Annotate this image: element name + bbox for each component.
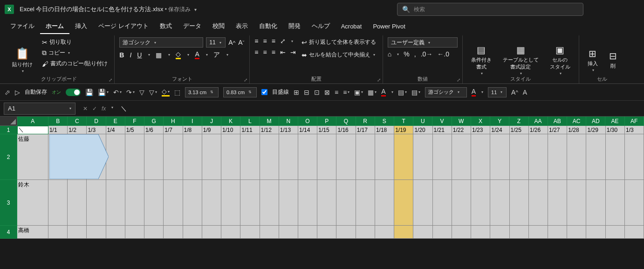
cell[interactable] bbox=[221, 180, 240, 226]
cell[interactable] bbox=[68, 226, 87, 239]
cell[interactable] bbox=[433, 134, 452, 180]
cell[interactable] bbox=[394, 134, 413, 180]
column-header[interactable]: AE bbox=[605, 117, 624, 126]
cell[interactable]: 1/3 bbox=[87, 126, 106, 134]
cell[interactable]: 1/10 bbox=[221, 126, 240, 134]
accounting-icon[interactable]: ⌂ bbox=[388, 50, 391, 58]
redo-icon[interactable]: ↷▾ bbox=[126, 89, 135, 96]
font-color-qat[interactable]: A bbox=[381, 88, 385, 97]
column-header[interactable]: X bbox=[471, 117, 490, 126]
tab-powerpivot[interactable]: Power Pivot bbox=[367, 20, 411, 34]
sort-icon[interactable]: ▽▾ bbox=[149, 89, 157, 96]
paint-icon[interactable]: ◇▾ bbox=[162, 88, 170, 97]
cell[interactable]: 1/13 bbox=[279, 126, 298, 134]
column-header[interactable]: R bbox=[356, 117, 375, 126]
cell[interactable] bbox=[336, 180, 356, 226]
cell[interactable]: 1/23 bbox=[471, 126, 490, 134]
cell[interactable] bbox=[87, 134, 106, 180]
cell[interactable] bbox=[279, 180, 298, 226]
chevron-down-icon[interactable]: ▾ bbox=[69, 106, 71, 110]
number-format-combo[interactable]: ユーザー定義▾ bbox=[388, 37, 458, 48]
cell[interactable] bbox=[567, 134, 586, 180]
qat-size-combo[interactable]: 11▾ bbox=[488, 87, 507, 97]
cell[interactable] bbox=[48, 134, 68, 180]
cell[interactable] bbox=[529, 134, 548, 180]
tab-home[interactable]: ホーム bbox=[40, 19, 69, 34]
cell[interactable] bbox=[279, 134, 298, 180]
column-header[interactable]: F bbox=[125, 117, 144, 126]
align-bottom-icon[interactable]: ≡ bbox=[272, 37, 275, 45]
cell[interactable] bbox=[510, 180, 529, 226]
cell[interactable]: 1/29 bbox=[586, 126, 605, 134]
cell[interactable]: 1/2 bbox=[68, 126, 87, 134]
cell[interactable] bbox=[413, 134, 432, 180]
align-icon-1[interactable]: ⊞ bbox=[294, 89, 299, 96]
decrease-font-icon[interactable]: Aˇ bbox=[238, 39, 244, 46]
format-painter-button[interactable]: 🖌書式のコピー/貼り付け bbox=[40, 59, 110, 69]
column-header[interactable]: Z bbox=[509, 117, 528, 126]
cell[interactable]: 1/25 bbox=[510, 126, 529, 134]
column-header[interactable]: P bbox=[317, 117, 336, 126]
row-header[interactable]: 1 bbox=[0, 126, 17, 134]
tab-automate[interactable]: 自動化 bbox=[253, 19, 283, 34]
percent-icon[interactable]: % bbox=[404, 50, 409, 58]
cell[interactable] bbox=[567, 226, 586, 239]
tab-pagelayout[interactable]: ページ レイアウト bbox=[93, 19, 154, 34]
cell[interactable] bbox=[394, 226, 413, 239]
tab-file[interactable]: ファイル bbox=[5, 19, 40, 34]
cell[interactable] bbox=[125, 134, 144, 180]
cell[interactable] bbox=[202, 134, 221, 180]
cell[interactable] bbox=[529, 180, 548, 226]
cell[interactable] bbox=[298, 134, 317, 180]
cell[interactable]: 佐藤 bbox=[17, 134, 48, 180]
align-icon-2[interactable]: ⊟ bbox=[304, 89, 309, 96]
cell[interactable]: 1/26 bbox=[529, 126, 548, 134]
column-header[interactable]: D bbox=[87, 117, 106, 126]
column-header[interactable]: O bbox=[298, 117, 317, 126]
save-as-icon[interactable]: 💾▾ bbox=[98, 89, 109, 96]
decrease-decimal-icon[interactable]: ←.0 bbox=[437, 50, 449, 58]
cell[interactable]: 1/15 bbox=[317, 126, 336, 134]
cell[interactable] bbox=[586, 134, 605, 180]
column-header[interactable]: E bbox=[106, 117, 125, 126]
cell[interactable] bbox=[375, 180, 394, 226]
tab-acrobat[interactable]: Acrobat bbox=[336, 20, 368, 34]
tab-data[interactable]: データ bbox=[178, 19, 207, 34]
tab-view[interactable]: 表示 bbox=[230, 19, 253, 34]
cell[interactable] bbox=[106, 226, 125, 239]
wrap-text-button[interactable]: ↩折り返して全体を表示する bbox=[300, 37, 378, 47]
column-header[interactable]: Y bbox=[490, 117, 509, 126]
cell[interactable] bbox=[144, 180, 164, 226]
cell[interactable]: 1/28 bbox=[567, 126, 586, 134]
cell[interactable] bbox=[625, 180, 644, 226]
cell[interactable]: 高橋 bbox=[17, 226, 48, 239]
cell[interactable] bbox=[490, 134, 509, 180]
cell[interactable]: 1/6 bbox=[144, 126, 164, 134]
align-middle-icon[interactable]: ≡ bbox=[263, 37, 267, 45]
cell[interactable] bbox=[606, 226, 625, 239]
cell[interactable] bbox=[68, 180, 87, 226]
cell[interactable]: 1/5 bbox=[125, 126, 144, 134]
cell[interactable]: 1/14 bbox=[298, 126, 317, 134]
name-box[interactable]: A1 ▾ bbox=[4, 103, 75, 115]
cell[interactable] bbox=[336, 134, 356, 180]
cancel-icon[interactable]: ✕ bbox=[83, 105, 88, 112]
increase-font-icon[interactable]: A^ bbox=[228, 39, 235, 46]
row-header[interactable]: 4 bbox=[0, 226, 17, 239]
cell[interactable]: 1/21 bbox=[433, 126, 452, 134]
cell[interactable] bbox=[144, 226, 164, 239]
cell[interactable] bbox=[433, 226, 452, 239]
column-header[interactable]: A bbox=[17, 117, 48, 126]
cell[interactable] bbox=[336, 226, 356, 239]
font-family-combo[interactable]: 游ゴシック▾ bbox=[119, 37, 203, 48]
clipboard-launcher[interactable]: ⤢ bbox=[109, 77, 112, 83]
tab-developer[interactable]: 開発 bbox=[283, 19, 306, 34]
cell[interactable]: 1/30 bbox=[606, 126, 625, 134]
cell[interactable] bbox=[183, 226, 202, 239]
row-header[interactable]: 2 bbox=[0, 134, 17, 180]
cell[interactable] bbox=[260, 226, 279, 239]
cell[interactable] bbox=[356, 226, 375, 239]
font-size-combo[interactable]: 11▾ bbox=[206, 37, 226, 48]
column-header[interactable]: AF bbox=[625, 117, 644, 126]
cell[interactable]: 1/20 bbox=[413, 126, 432, 134]
